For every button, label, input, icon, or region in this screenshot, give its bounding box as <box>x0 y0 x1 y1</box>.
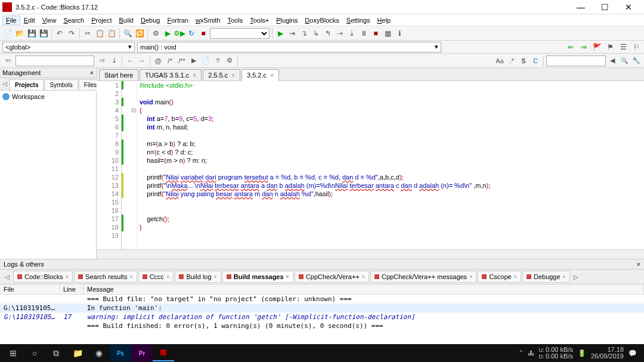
menu-settings[interactable]: Settings <box>343 16 374 25</box>
menu-tools[interactable]: Tools <box>224 16 246 25</box>
chrome-icon[interactable]: ◉ <box>88 345 110 361</box>
col-line[interactable]: Line <box>60 284 83 294</box>
tray-chevron-icon[interactable]: ˄ <box>519 349 523 357</box>
info-icon[interactable]: ℹ <box>394 28 405 39</box>
bookmark-list-icon[interactable]: ☰ <box>618 42 628 52</box>
editor-tab[interactable]: 2.5.5.c× <box>203 69 240 81</box>
log-row[interactable]: === Build finished: 0 error(s), 1 warnin… <box>0 321 644 330</box>
tray-battery-icon[interactable]: 🔋 <box>578 349 586 357</box>
logs-tab[interactable]: Debugge× <box>522 271 570 283</box>
debug-windows-icon[interactable]: ▦ <box>382 28 393 39</box>
doxy-icon[interactable]: @ <box>153 55 163 66</box>
horizontal-scrollbar[interactable] <box>97 249 644 259</box>
logs-tab[interactable]: Search results× <box>74 271 137 283</box>
build-target-select[interactable] <box>210 28 270 39</box>
search-settings-icon[interactable]: 🔧 <box>631 55 642 66</box>
logs-tab-close-icon[interactable]: × <box>469 274 472 280</box>
doxy-comment-icon[interactable]: /* <box>165 55 175 66</box>
search-icon[interactable] <box>619 55 630 66</box>
build-icon[interactable] <box>150 28 161 39</box>
search-prev-icon[interactable]: ◀ <box>607 55 618 66</box>
step-out-icon[interactable]: ↰ <box>323 28 333 39</box>
tab-projects[interactable]: Projects <box>10 79 44 90</box>
editor-tab[interactable]: Start here <box>99 69 138 81</box>
start-button[interactable]: ⊞ <box>2 345 24 361</box>
nav-path-select[interactable] <box>16 55 94 66</box>
file-explorer-icon[interactable]: 📁 <box>67 345 88 361</box>
cut-icon[interactable]: ✂ <box>82 28 93 39</box>
next-instr-icon[interactable]: ⇢ <box>335 28 345 39</box>
logs-tab-close-icon[interactable]: × <box>514 274 517 280</box>
highlight-icon[interactable]: C <box>530 55 541 66</box>
step-into-icon[interactable]: ↳ <box>311 28 321 39</box>
logs-tab-close-icon[interactable]: × <box>129 274 132 280</box>
logs-close-icon[interactable]: × <box>637 261 640 268</box>
log-row[interactable]: === Build file: "no target" in "no proje… <box>0 295 644 304</box>
save-all-icon[interactable]: 💾 <box>38 28 49 39</box>
log-row[interactable]: G:\1103191053 ...17warning: implicit dec… <box>0 313 644 321</box>
logs-tab-close-icon[interactable]: × <box>66 274 69 280</box>
menu-view[interactable]: View <box>39 16 60 25</box>
tray-clock[interactable]: 17.18 26/09/2019 <box>591 346 624 360</box>
code-editor[interactable]: 12345678910111213141516171819 ⊟ #include… <box>97 81 644 249</box>
logs-tab-close-icon[interactable]: × <box>166 274 169 280</box>
editor-tab[interactable]: TUGAS 3.5.1.c× <box>140 69 202 81</box>
management-close-icon[interactable]: × <box>90 69 94 76</box>
bookmark-all-icon[interactable]: ⚐ <box>631 42 642 52</box>
rebuild-icon[interactable]: ↻ <box>186 28 197 39</box>
menu-debug[interactable]: Debug <box>137 16 163 25</box>
logs-tab[interactable]: Build log× <box>175 271 221 283</box>
paste-icon[interactable]: 📋 <box>106 28 117 39</box>
doxy-chm-icon[interactable]: ? <box>212 55 223 66</box>
fold-column[interactable]: ⊟ <box>130 81 137 249</box>
doxy-run-icon[interactable]: ▶ <box>188 55 199 66</box>
undo-icon[interactable]: ↶ <box>54 28 65 39</box>
menu-build[interactable]: Build <box>116 16 137 25</box>
workspace-node[interactable]: Workspace <box>2 93 94 100</box>
jump-back-icon[interactable]: ← <box>125 55 135 66</box>
menu-plugins[interactable]: Plugins <box>273 16 301 25</box>
tray-network-icon[interactable]: 🖧 <box>528 349 534 357</box>
open-icon[interactable]: 📂 <box>14 28 25 39</box>
tray-notifications-icon[interactable]: 💬 <box>628 349 637 357</box>
mgmt-tab-prev-icon[interactable]: ◁ <box>0 79 10 90</box>
doxy-config-icon[interactable]: ⚙ <box>224 55 235 66</box>
bookmark-clear-icon[interactable]: ⚑ <box>605 42 615 52</box>
logs-tab[interactable]: CppCheck/Vera++× <box>295 271 369 283</box>
logs-tab-close-icon[interactable]: × <box>563 274 566 280</box>
logs-tab[interactable]: Cscope× <box>478 271 521 283</box>
step-instr-icon[interactable]: ⇣ <box>346 28 357 39</box>
scope-select[interactable]: <global>▾ <box>2 42 135 52</box>
menu-fortran[interactable]: Fortran <box>163 16 191 25</box>
menu-project[interactable]: Project <box>88 16 115 25</box>
nav-last-icon[interactable]: ⤓ <box>109 55 119 66</box>
copy-icon[interactable]: 📋 <box>94 28 105 39</box>
logs-tab[interactable]: Build messages× <box>222 271 293 283</box>
minimize-button[interactable]: — <box>572 2 589 12</box>
regex-icon[interactable]: .* <box>506 55 517 66</box>
logs-tab[interactable]: CppCheck/Vera++ messages× <box>370 271 476 283</box>
logs-tab[interactable]: Cccc× <box>138 271 174 283</box>
jump-fwd-icon[interactable]: → <box>137 55 147 66</box>
close-button[interactable]: ✕ <box>620 2 637 12</box>
menu-wxsmith[interactable]: wxSmith <box>192 16 224 25</box>
new-file-icon[interactable]: 📄 <box>2 28 13 39</box>
replace-icon[interactable]: 🔁 <box>134 28 145 39</box>
break-icon[interactable]: ⏸ <box>358 28 369 39</box>
logs-tab-close-icon[interactable]: × <box>214 274 217 280</box>
nav-back-icon[interactable]: ⇦ <box>2 55 13 66</box>
debug-run-icon[interactable] <box>275 28 286 39</box>
col-message[interactable]: Message <box>83 284 644 294</box>
maximize-button[interactable]: ☐ <box>596 2 613 12</box>
menu-toolsplus[interactable]: Tools+ <box>246 16 273 25</box>
nav-fwd-icon[interactable]: ⇨ <box>97 55 107 66</box>
find-icon[interactable]: 🔍 <box>122 28 133 39</box>
doxy-html-icon[interactable]: 📄 <box>200 55 211 66</box>
menu-help[interactable]: Help <box>374 16 395 25</box>
function-select[interactable]: main() : void▾ <box>137 42 441 52</box>
logs-tab-prev-icon[interactable]: ◁ <box>2 273 12 281</box>
logs-tab[interactable]: Code::Blocks× <box>13 271 73 283</box>
code-body[interactable]: #include <stdio.h>void main(){ int a=7, … <box>137 81 644 249</box>
tab-close-icon[interactable]: × <box>231 72 235 79</box>
system-tray[interactable]: ˄ 🖧 U: 0.00 kB/sD: 0.00 kB/s 🔋 17.18 26/… <box>519 346 642 360</box>
